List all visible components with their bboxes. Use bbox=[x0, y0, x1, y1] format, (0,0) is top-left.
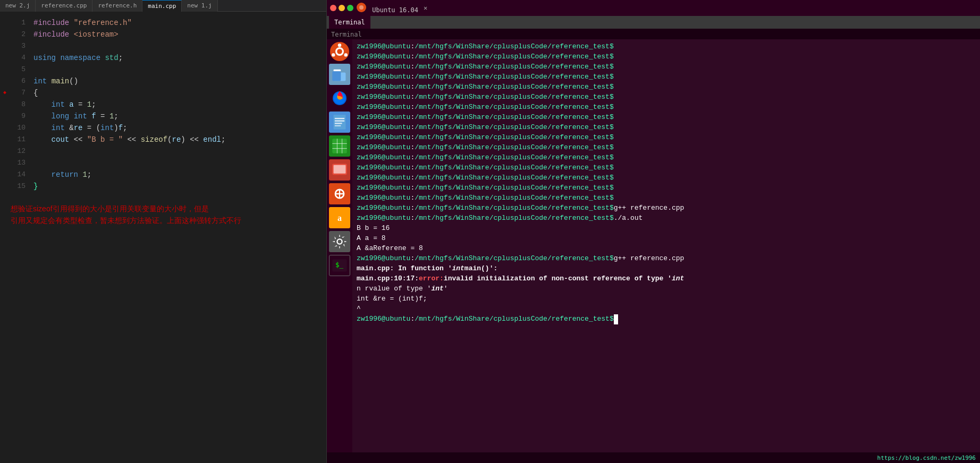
line-content-2: #include <iostream> bbox=[31, 29, 326, 40]
line-num-15: 15 bbox=[10, 181, 31, 192]
maximize-button[interactable] bbox=[347, 5, 353, 11]
term-prompt-line: zw1996@ubuntu:/mnt/hgfs/WinShare/cpluspl… bbox=[357, 183, 976, 193]
code-line-5: 5 bbox=[0, 64, 326, 75]
code-line-4: 4 using namespace std; bbox=[0, 52, 326, 64]
svg-rect-9 bbox=[332, 71, 341, 81]
line-num-8: 8 bbox=[10, 99, 31, 110]
close-button[interactable] bbox=[330, 5, 336, 11]
line-content-7: { bbox=[31, 87, 326, 99]
line-content-4: using namespace std; bbox=[31, 52, 326, 64]
code-line-15: 15 } bbox=[0, 181, 326, 192]
line-num-9: 9 bbox=[10, 110, 31, 122]
ubuntu-software-sidebar-icon[interactable]: Ubuntu Software bbox=[329, 183, 350, 204]
firefox-sidebar-icon[interactable] bbox=[329, 88, 350, 109]
line-content-10: int &re = (int)f; bbox=[31, 122, 326, 134]
svg-point-29 bbox=[337, 239, 342, 244]
term-command-3: zw1996@ubuntu:/mnt/hgfs/WinShare/cpluspl… bbox=[357, 254, 976, 264]
code-line-7: ◆ 7 { bbox=[0, 87, 326, 99]
term-error-4: int &re = (int)f; bbox=[357, 294, 976, 304]
svg-rect-13 bbox=[335, 121, 344, 122]
spreadsheet-sidebar-icon[interactable] bbox=[329, 135, 350, 157]
line-content-9: long int f = 1; bbox=[31, 110, 326, 122]
amazon-sidebar-icon[interactable]: a bbox=[329, 207, 350, 228]
term-prompt-line: zw1996@ubuntu:/mnt/hgfs/WinShare/cpluspl… bbox=[357, 62, 976, 72]
terminal-close-tab-x[interactable]: ✕ bbox=[424, 4, 427, 12]
code-line-2: 2 #include <iostream> bbox=[0, 29, 326, 40]
line-num-1: 1 bbox=[10, 17, 31, 29]
line-content-15: } bbox=[31, 181, 326, 192]
code-line-14: 14 return 1; bbox=[0, 169, 326, 181]
line-content-14: return 1; bbox=[31, 169, 326, 181]
svg-rect-22 bbox=[334, 165, 346, 174]
term-prompt-line: zw1996@ubuntu:/mnt/hgfs/WinShare/cpluspl… bbox=[357, 72, 976, 82]
term-prompt-line: zw1996@ubuntu:/mnt/hgfs/WinShare/cpluspl… bbox=[357, 42, 976, 52]
svg-text:$_: $_ bbox=[335, 261, 344, 269]
code-line-3: 3 bbox=[0, 40, 326, 52]
minimize-button[interactable] bbox=[339, 5, 345, 11]
status-bar: https://blog.csdn.net/zw1996 bbox=[327, 452, 980, 463]
terminal-title-bar: Ubuntu 16.04 ✕ bbox=[327, 0, 980, 16]
tab-reference-cpp[interactable]: reference.cpp bbox=[36, 0, 92, 12]
line-num-7: 7 bbox=[10, 87, 31, 99]
code-line-13: 13 bbox=[0, 157, 326, 169]
editor-comment: 想验证sizeof引用得到的大小是引用关联变量的大小时，但是 引用又规定会有类型… bbox=[0, 192, 326, 237]
term-prompt-line: zw1996@ubuntu:/mnt/hgfs/WinShare/cpluspl… bbox=[357, 193, 976, 203]
sidebar-icons: Ubuntu Software a $_ bbox=[327, 39, 352, 452]
term-prompt-line: zw1996@ubuntu:/mnt/hgfs/WinShare/cpluspl… bbox=[357, 102, 976, 113]
line-num-14: 14 bbox=[10, 169, 31, 181]
tab-main-cpp[interactable]: main.cpp bbox=[142, 0, 182, 12]
code-line-8: 8 int a = 1; bbox=[0, 99, 326, 110]
term-prompt-line: zw1996@ubuntu:/mnt/hgfs/WinShare/cpluspl… bbox=[357, 113, 976, 123]
terminal-panel: Ubuntu 16.04 ✕ Terminal Terminal bbox=[327, 0, 980, 463]
term-command-1: zw1996@ubuntu:/mnt/hgfs/WinShare/cpluspl… bbox=[357, 203, 976, 213]
comment-line-2: 引用又规定会有类型检查，暂未想到方法验证。上面这种强转方式不行 bbox=[11, 215, 316, 226]
line-num-11: 11 bbox=[10, 134, 31, 145]
line-num-10: 10 bbox=[10, 122, 31, 134]
terminal-section-label: Terminal bbox=[327, 29, 980, 39]
code-line-9: 9 long int f = 1; bbox=[0, 110, 326, 122]
term-prompt-line: zw1996@ubuntu:/mnt/hgfs/WinShare/cpluspl… bbox=[357, 52, 976, 62]
terminal-path-title: Ubuntu 16.04 bbox=[357, 3, 418, 14]
svg-point-1 bbox=[359, 5, 364, 10]
terminal-output[interactable]: zw1996@ubuntu:/mnt/hgfs/WinShare/cpluspl… bbox=[352, 39, 980, 452]
line-num-3: 3 bbox=[10, 40, 31, 52]
tab-new1[interactable]: new 1.j bbox=[182, 0, 217, 12]
term-error-5: ^ bbox=[357, 304, 976, 314]
terminal-tab-label: Terminal bbox=[334, 16, 365, 29]
svg-rect-16 bbox=[332, 139, 347, 153]
svg-text:a: a bbox=[337, 213, 342, 222]
code-line-11: 11 cout << "B b = " << sizeof(re) << end… bbox=[0, 134, 326, 145]
term-output-3: A &aReferene = 8 bbox=[357, 244, 976, 254]
tab-new2[interactable]: new 2.j bbox=[0, 0, 36, 12]
line-content-6: int main() bbox=[31, 75, 326, 87]
svg-rect-14 bbox=[335, 123, 342, 124]
svg-rect-11 bbox=[334, 115, 346, 129]
term-error-3: n rvalue of type 'int' bbox=[357, 284, 976, 294]
term-prompt-line: zw1996@ubuntu:/mnt/hgfs/WinShare/cpluspl… bbox=[357, 153, 976, 163]
terminal-tab[interactable]: Terminal bbox=[329, 16, 370, 29]
line-num-6: 6 bbox=[10, 75, 31, 87]
presentation-sidebar-icon[interactable] bbox=[329, 159, 350, 181]
term-output-1: B b = 16 bbox=[357, 224, 976, 234]
settings-sidebar-icon[interactable] bbox=[329, 231, 350, 252]
line-num-13: 13 bbox=[10, 157, 31, 169]
term-error-2: main.cpp:10:17: error: invalid initializ… bbox=[357, 274, 976, 284]
comment-line-1: 想验证sizeof引用得到的大小是引用关联变量的大小时，但是 bbox=[11, 203, 316, 215]
status-link: https://blog.csdn.net/zw1996 bbox=[877, 455, 976, 461]
svg-rect-15 bbox=[335, 125, 341, 126]
svg-point-4 bbox=[338, 44, 341, 47]
code-line-1: 1 #include "reference.h" bbox=[0, 17, 326, 29]
term-error-1: main.cpp: In function 'int main()': bbox=[357, 264, 976, 274]
code-line-6: 6 int main() bbox=[0, 75, 326, 87]
ubuntu-sidebar-icon[interactable] bbox=[330, 42, 349, 61]
line-content-11: cout << "B b = " << sizeof(re) << endl; bbox=[31, 134, 326, 145]
term-prompt-line: zw1996@ubuntu:/mnt/hgfs/WinShare/cpluspl… bbox=[357, 82, 976, 92]
document-sidebar-icon[interactable] bbox=[329, 112, 350, 133]
code-line-10: 10 int &re = (int)f; bbox=[0, 122, 326, 134]
terminal-sidebar-icon[interactable]: $_ bbox=[329, 255, 350, 276]
line-num-2: 2 bbox=[10, 29, 31, 40]
term-prompt-line: zw1996@ubuntu:/mnt/hgfs/WinShare/cpluspl… bbox=[357, 173, 976, 183]
files-sidebar-icon[interactable] bbox=[329, 64, 350, 85]
tab-reference-h[interactable]: reference.h bbox=[92, 0, 142, 12]
term-prompt-line: zw1996@ubuntu:/mnt/hgfs/WinShare/cpluspl… bbox=[357, 163, 976, 173]
